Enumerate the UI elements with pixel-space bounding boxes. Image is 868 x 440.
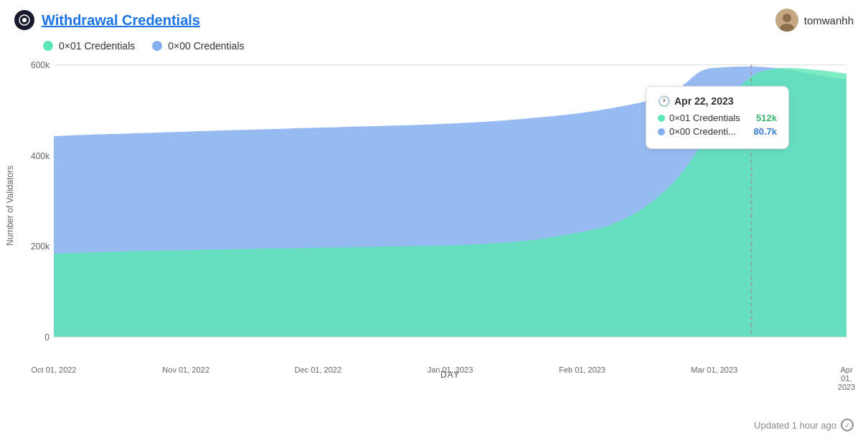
legend-item-00: 0×00 Credentials xyxy=(152,40,244,52)
chart-area: Number of Validators 600k 400k 200k 0 xyxy=(14,57,854,373)
tooltip-row-01: 0×01 Credentials 512k xyxy=(658,113,777,123)
x-label-apr: Apr 01, 2023 xyxy=(838,365,855,391)
legend-label-00: 0×00 Credentials xyxy=(168,40,244,52)
clock-icon: 🕐 xyxy=(658,95,670,107)
x-label-feb: Feb 01, 2023 xyxy=(559,365,605,374)
chart-inner: 600k 400k 200k 0 xyxy=(54,64,846,337)
avatar xyxy=(775,9,798,32)
legend-dot-00 xyxy=(152,41,162,51)
svg-point-3 xyxy=(783,14,791,22)
y-label-400k: 400k xyxy=(31,151,49,161)
chart-legend: 0×01 Credentials 0×00 Credentials xyxy=(0,36,868,57)
legend-item-01: 0×01 Credentials xyxy=(43,40,135,52)
x-label-oct: Oct 01, 2022 xyxy=(32,365,77,374)
tooltip-label-01: 0×01 Credentials xyxy=(658,113,740,123)
x-axis-title: DAY xyxy=(440,370,460,380)
check-icon: ✓ xyxy=(841,419,854,431)
x-label-dec: Dec 01, 2022 xyxy=(295,365,341,374)
y-axis-label: Number of Validators xyxy=(5,166,15,246)
header-left: Withdrawal Credentials xyxy=(14,10,200,30)
page-title[interactable]: Withdrawal Credentials xyxy=(42,12,200,29)
y-label-600k: 600k xyxy=(31,60,49,70)
tooltip-dot-01 xyxy=(658,115,665,122)
tooltip-text-00: 0×00 Credenti... xyxy=(669,126,736,137)
tooltip: 🕐 Apr 22, 2023 0×01 Credentials 512k 0×0… xyxy=(646,86,789,149)
x-label-nov: Nov 01, 2022 xyxy=(162,365,209,374)
tooltip-row-00: 0×00 Credenti... 80.7k xyxy=(658,126,777,137)
chart-container: Number of Validators 600k 400k 200k 0 xyxy=(0,57,868,373)
updated-text: Updated 1 hour ago xyxy=(754,420,836,431)
grid-line-0: 0 xyxy=(54,337,846,338)
tooltip-label-00: 0×00 Credenti... xyxy=(658,126,736,137)
tooltip-date: 🕐 Apr 22, 2023 xyxy=(658,95,777,107)
user-area: tomwanhh xyxy=(775,9,854,32)
x-label-mar: Mar 01, 2023 xyxy=(691,365,737,374)
footer: Updated 1 hour ago ✓ xyxy=(754,419,854,431)
y-label-0: 0 xyxy=(44,333,49,343)
logo-icon xyxy=(14,10,34,30)
tooltip-value-01: 512k xyxy=(756,113,777,123)
svg-point-1 xyxy=(22,18,27,22)
tooltip-text-01: 0×01 Credentials xyxy=(669,113,740,123)
tooltip-dot-00 xyxy=(658,128,665,135)
username: tomwanhh xyxy=(804,14,854,27)
header: Withdrawal Credentials tomwanhh xyxy=(0,0,868,36)
legend-label-01: 0×01 Credentials xyxy=(59,40,135,52)
tooltip-value-00: 80.7k xyxy=(753,126,777,137)
y-label-200k: 200k xyxy=(31,241,49,252)
legend-dot-01 xyxy=(43,41,53,51)
